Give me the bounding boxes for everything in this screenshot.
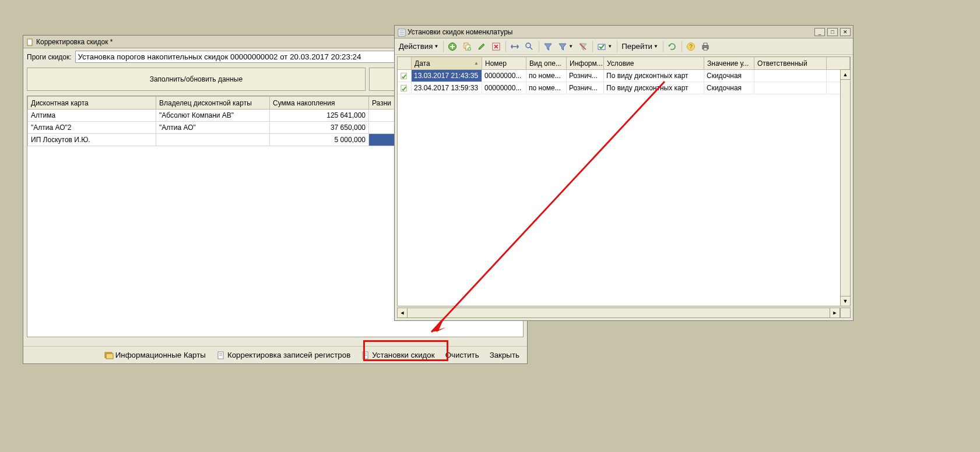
col-accum-sum[interactable]: Сумма накопления <box>270 97 369 110</box>
print-button[interactable] <box>698 40 712 54</box>
scroll-track[interactable] <box>408 308 830 318</box>
svg-rect-30 <box>704 48 707 50</box>
svg-line-22 <box>530 47 532 50</box>
col-spacer <box>827 57 850 69</box>
bottom-scrollbar-row: ◄ ► <box>397 308 851 318</box>
chevron-down-icon: ▼ <box>568 44 573 49</box>
help-button[interactable]: ? <box>684 40 698 54</box>
delete-mark-button[interactable] <box>489 40 503 54</box>
cell: По виду дисконтных карт <box>604 70 704 82</box>
col-info[interactable]: Информ... <box>567 57 604 69</box>
filter-button[interactable]: ▼ <box>556 40 575 54</box>
svg-rect-31 <box>401 73 406 79</box>
scroll-corner <box>840 308 851 318</box>
search-icon <box>525 42 534 51</box>
col-date-label: Дата <box>415 59 430 68</box>
close-label: Закрыть <box>490 351 519 359</box>
post-icon <box>597 42 606 51</box>
actions-label: Действия <box>399 42 433 51</box>
doc-icon <box>216 351 226 360</box>
actions-menu[interactable]: Действия▼ <box>396 40 441 54</box>
cell: Рознич... <box>567 82 604 94</box>
cell: ИП Лоскутов И.Ю. <box>28 134 156 146</box>
swap-button[interactable] <box>508 40 522 54</box>
maximize-button[interactable]: □ <box>827 28 838 36</box>
cell: по номе... <box>526 70 567 82</box>
cell: 23.04.2017 13:59:33 <box>412 82 482 94</box>
cards-icon <box>104 351 114 360</box>
grid-row[interactable]: 23.04.2017 13:59:33 00000000... по номе.… <box>398 82 850 94</box>
separator <box>617 41 617 52</box>
filter-off-button[interactable] <box>576 40 590 54</box>
find-button[interactable] <box>522 40 536 54</box>
svg-point-19 <box>468 47 471 51</box>
chevron-down-icon: ▼ <box>434 44 438 49</box>
plus-circle-icon <box>448 42 457 51</box>
corr-registers-button[interactable]: Корректировка записей регистров <box>212 349 354 362</box>
grid-row[interactable]: 13.03.2017 21:43:35 00000000... по номе.… <box>398 70 850 82</box>
svg-rect-18 <box>466 45 470 50</box>
scroll-down-button[interactable]: ▼ <box>840 296 851 306</box>
edit-button[interactable] <box>475 40 489 54</box>
col-condition-value[interactable]: Значение у... <box>704 57 754 69</box>
separator <box>505 41 506 52</box>
titlebar[interactable]: Установки скидок номенклатуры _ □ ✕ <box>395 26 853 38</box>
sort-asc-icon: ▲ <box>474 61 479 66</box>
copy-button[interactable] <box>460 40 474 54</box>
post-button[interactable]: ▼ <box>595 40 614 54</box>
refresh-button[interactable] <box>665 40 679 54</box>
svg-text:?: ? <box>689 44 693 50</box>
svg-rect-32 <box>401 85 406 91</box>
info-cards-button[interactable]: Информационные Карты <box>100 349 210 362</box>
scroll-up-button[interactable]: ▲ <box>840 69 851 80</box>
discount-settings-button[interactable]: Установки скидок <box>357 349 438 362</box>
goto-menu[interactable]: Перейти▼ <box>619 40 661 54</box>
doc-icon <box>26 38 34 46</box>
scroll-left-button[interactable]: ◄ <box>397 308 408 318</box>
col-discount-card[interactable]: Дисконтная карта <box>28 97 156 110</box>
scroll-right-button[interactable]: ► <box>830 308 840 318</box>
cell: Алтима <box>28 110 156 122</box>
filter-by-value-button[interactable] <box>541 40 555 54</box>
col-card-owner[interactable]: Владелец дисконтной карты <box>156 97 270 110</box>
x-icon <box>491 42 501 51</box>
cell: По виду дисконтных карт <box>604 82 704 94</box>
footer-toolbar: Информационные Карты Корректировка запис… <box>23 346 527 363</box>
fill-update-button[interactable]: Заполнить/обновить данные <box>27 68 366 91</box>
toolbar: Действия▼ ▼ ▼ Перейти▼ ? <box>395 38 853 55</box>
cell: Скидочная <box>704 70 754 82</box>
grid[interactable]: Дата ▲ Номер Вид опе... Информ... Услови… <box>397 57 851 306</box>
separator <box>539 41 539 52</box>
col-status[interactable] <box>398 57 412 69</box>
minimize-button[interactable]: _ <box>814 28 825 36</box>
window-discount-settings-list: Установки скидок номенклатуры _ □ ✕ Дейс… <box>394 25 853 321</box>
cell: Рознич... <box>567 70 604 82</box>
clear-button[interactable]: Очистить <box>441 349 483 362</box>
close-window-button[interactable]: ✕ <box>840 28 851 36</box>
funnel-off-icon <box>578 42 588 51</box>
svg-rect-29 <box>704 43 707 45</box>
cell: по номе... <box>526 82 567 94</box>
scroll-track-v[interactable] <box>840 80 851 296</box>
svg-rect-28 <box>702 45 708 49</box>
close-button[interactable]: Закрыть <box>486 349 524 362</box>
col-condition[interactable]: Условие <box>604 57 704 69</box>
fill-update-label: Заполнить/обновить данные <box>150 75 243 83</box>
svg-rect-17 <box>464 43 468 48</box>
discount-settings-label: Установки скидок <box>372 351 434 359</box>
col-number[interactable]: Номер <box>482 57 526 69</box>
cell: 00000000... <box>482 70 526 82</box>
goto-label: Перейти <box>621 42 652 51</box>
cell: "Алтиа АО"2 <box>28 122 156 134</box>
svg-rect-1 <box>105 352 112 358</box>
cell: 13.03.2017 21:43:35 <box>412 70 482 82</box>
add-button[interactable] <box>445 40 459 54</box>
col-date[interactable]: Дата ▲ <box>412 57 482 69</box>
col-operation-kind[interactable]: Вид опе... <box>526 57 567 69</box>
funnel-icon <box>558 42 567 51</box>
field-label: Проги скидок: <box>27 53 72 61</box>
svg-rect-6 <box>363 352 368 359</box>
cell: "Алтиа АО" <box>156 122 270 134</box>
col-responsible[interactable]: Ответственный <box>754 57 827 69</box>
svg-rect-2 <box>106 354 113 359</box>
